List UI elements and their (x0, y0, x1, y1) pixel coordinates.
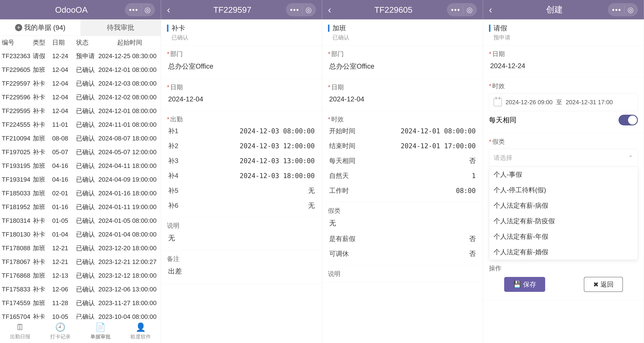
table-row[interactable]: TF232363请假12-24预申请2024-12-25 08:30:00 (0, 49, 161, 63)
remark-label: 备注 (167, 255, 316, 263)
miniprogram-capsule[interactable]: •••◎ (447, 3, 477, 16)
table-row[interactable]: TF178067补卡12-21已确认2023-12-21 12:00:27 (0, 255, 161, 269)
tab-my-records[interactable]: + 我的单据 (94) (0, 19, 80, 36)
footer-buttons: 💾保存 ✖返回 (489, 272, 638, 296)
select-placeholder: 请选择 (494, 154, 512, 162)
table-row[interactable]: TF229597补卡12-04已确认2024-12-03 08:00:00 (0, 77, 161, 90)
nav-punch[interactable]: 🕘打卡记录 (40, 319, 80, 343)
dropdown-option[interactable]: 个人法定有薪-年假 (489, 229, 638, 244)
menu-icon[interactable]: ••• (129, 6, 142, 14)
ops-label: 操作 (489, 264, 638, 272)
bottom-nav: 🗓出勤日报 🕘打卡记录 📄单据审批 👤欧度软件 (0, 319, 161, 343)
table-row[interactable]: TF180130补卡01-04已确认2024-01-04 08:00:00 (0, 228, 161, 241)
form-body: 请假 预申请 日期 2024-12-24 时效 2024-12-26 09:00… (483, 19, 644, 343)
dropdown-option[interactable]: 个人法定有薪-婚假 (489, 244, 638, 260)
pane-detail-overtime: ‹ TF229605 •••◎ 加班 已确认 部门 总办公室Office 日期 … (322, 0, 483, 343)
dept-value: 总办公室Office (167, 58, 316, 75)
plus-icon[interactable]: + (15, 24, 22, 31)
calendar-icon: 🗓 (16, 322, 24, 332)
table-row[interactable]: TF224555补卡11-01已确认2024-11-01 08:00:00 (0, 118, 161, 132)
daterange-input[interactable]: 2024-12-26 09:00 至 2024-12-31 17:00 (489, 93, 638, 111)
sameday-switch[interactable] (618, 115, 638, 125)
close-icon[interactable]: ◎ (302, 6, 312, 14)
table-row[interactable]: TF178088加班12-21已确认2023-12-20 18:00:00 (0, 241, 161, 255)
back-icon[interactable]: ‹ (167, 4, 179, 15)
attend-label: 出勤 (167, 115, 316, 124)
close-icon[interactable]: ◎ (142, 6, 151, 14)
table-row[interactable]: TF175833补卡12-06已确认2023-12-06 13:00:00 (0, 282, 161, 296)
save-button[interactable]: 💾保存 (504, 277, 545, 292)
tab-approve-label: 待我审批 (107, 23, 134, 32)
desc-label: 说明 (328, 270, 477, 278)
table-row[interactable]: TF180314补卡01-05已确认2024-01-05 08:00:00 (0, 214, 161, 228)
sameday-label: 每天相同 (489, 115, 516, 125)
table-row[interactable]: TF185033加班02-01已确认2024-01-16 18:00:00 (0, 186, 161, 200)
nav-approval[interactable]: 📄单据审批 (80, 319, 121, 343)
calendar-icon (494, 98, 502, 106)
table-row[interactable]: TF197025补卡05-07已确认2024-05-07 12:00:00 (0, 145, 161, 159)
tab-to-approve[interactable]: 待我审批 (80, 19, 161, 36)
head-status: 状态 (76, 38, 98, 47)
miniprogram-capsule[interactable]: ••• ◎ (125, 3, 155, 16)
table-row[interactable]: TF229596补卡12-04已确认2024-12-02 08:00:00 (0, 90, 161, 104)
desc-group: 说明 无 (161, 217, 322, 250)
date-value[interactable]: 2024-12-24 (489, 58, 638, 73)
accent-bar (328, 25, 330, 32)
desc-value: 无 (167, 230, 316, 246)
leavetype-select[interactable]: 请选择 ⌃ (489, 149, 638, 167)
list-header: 编号 类型 日期 状态 起始时间 (0, 36, 161, 49)
table-row[interactable]: TF181952加班01-16已确认2024-01-11 19:00:00 (0, 200, 161, 214)
titlebar: ‹ 创建 •••◎ (483, 0, 644, 19)
accent-bar (167, 25, 168, 32)
dept-value: 总办公室Office (328, 58, 477, 75)
table-row[interactable]: TF193195加班04-16已确认2024-04-11 18:00:00 (0, 159, 161, 173)
punch-list: 补12024-12-03 08:00:00补22024-12-03 12:00:… (167, 124, 316, 213)
menu-icon[interactable]: ••• (612, 6, 624, 14)
close-icon[interactable]: ◎ (624, 6, 634, 14)
nav-attendance[interactable]: 🗓出勤日报 (0, 319, 40, 343)
table-row[interactable]: TF193194加班04-16已确认2024-04-09 19:00:00 (0, 173, 161, 186)
table-row[interactable]: TF174559加班11-28已确认2023-11-27 18:00:00 (0, 296, 161, 310)
table-row[interactable]: TF229595补卡12-04已确认2024-12-01 08:00:00 (0, 104, 161, 118)
range-from: 2024-12-26 09:00 (506, 99, 552, 106)
menu-icon[interactable]: ••• (290, 6, 302, 14)
ops-group: 操作 💾保存 ✖返回 (483, 260, 644, 301)
leavetype-dropdown: 个人-事假个人-停工待料(假)个人法定有薪-病假个人法定有薪-防疫假个人法定有薪… (489, 167, 638, 260)
tab-my-label: 我的单据 (24, 23, 52, 32)
leavetype-label: 假类 (489, 138, 638, 146)
dropdown-option[interactable]: 个人法定有薪-病假 (489, 198, 638, 213)
eff-label: 时效 (328, 115, 477, 124)
nav-odoo[interactable]: 👤欧度软件 (120, 319, 161, 343)
table-row[interactable]: TF229605加班12-04已确认2024-12-01 08:00:00 (0, 63, 161, 77)
eff-group: 时效 开始时间2024-12-01 08:00:00结束时间2024-12-01… (322, 111, 483, 202)
close-icon[interactable]: ◎ (464, 6, 473, 14)
table-row[interactable]: TF210094加班08-08已确认2024-08-07 18:00:00 (0, 132, 161, 145)
dropdown-option[interactable]: 个人-事假 (489, 167, 638, 182)
date-value: 2024-12-04 (167, 91, 316, 107)
save-icon: 💾 (513, 280, 521, 288)
record-status: 已确认 (172, 34, 316, 41)
miniprogram-capsule[interactable]: •••◎ (286, 3, 316, 16)
detail-row: 工作时08:00 (328, 183, 477, 198)
miniprogram-capsule[interactable]: •••◎ (608, 3, 638, 16)
detail-body: 加班 已确认 部门 总办公室Office 日期 2024-12-04 时效 开始… (322, 19, 483, 343)
leavetype-group: 假类 无 是有薪假否可调休否 (322, 202, 483, 265)
punch-row: 补32024-12-03 13:00:00 (167, 153, 316, 168)
titlebar: OdooOA ••• ◎ (0, 0, 161, 19)
dropdown-option[interactable]: 个人法定有薪-防疫假 (489, 213, 638, 229)
table-row[interactable]: TF176868加班12-13已确认2023-12-12 18:00:00 (0, 269, 161, 282)
leavetype-label: 假类 (328, 207, 477, 215)
punch-row: 补6无 (167, 198, 316, 213)
page-title: TF229597 (179, 5, 286, 15)
punch-row: 补42024-12-03 18:00:00 (167, 168, 316, 183)
dropdown-option[interactable]: 个人-停工待料(假) (489, 182, 638, 198)
date-label: 日期 (167, 83, 316, 91)
back-icon[interactable]: ‹ (489, 4, 501, 15)
back-icon[interactable]: ‹ (328, 4, 340, 15)
back-button[interactable]: ✖返回 (584, 277, 623, 292)
table-row[interactable]: TF165704补卡10-05已确认2023-10-04 08:00:00 (0, 310, 161, 319)
date-value: 2024-12-04 (328, 91, 477, 107)
dept-label: 部门 (328, 50, 477, 58)
menu-icon[interactable]: ••• (451, 6, 464, 14)
leavetype-group: 假类 请选择 ⌃ 个人-事假个人-停工待料(假)个人法定有薪-病假个人法定有薪-… (483, 133, 644, 260)
